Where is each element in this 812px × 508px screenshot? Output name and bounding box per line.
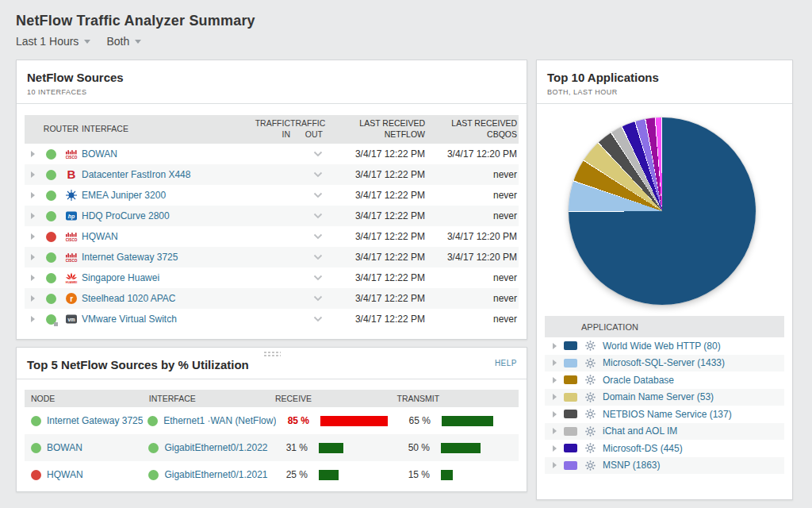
svg-text:hp: hp [68,214,75,220]
col-transmit: TRANSMIT [396,394,519,403]
expand-arrow-icon[interactable] [553,428,557,434]
router-link[interactable]: BOWAN [82,148,255,160]
router-link[interactable]: HDQ ProCurve 2800 [82,210,255,221]
expand-arrow-icon[interactable] [31,275,35,281]
expand-arrow-icon[interactable] [553,411,557,418]
netflow-source-row: CISCO Internet Gateway 3725 3/4/17 12:22… [25,247,519,267]
direction-dropdown[interactable]: Both [106,35,141,48]
expand-arrow-icon[interactable] [31,171,35,178]
applications-pie-chart[interactable] [569,117,756,305]
traffic-dropdown-icon[interactable] [313,213,323,219]
node-link[interactable]: BOWAN [47,442,82,453]
vendor-icon [65,189,78,202]
router-link[interactable]: Steelhead 1020 APAC [82,293,255,304]
application-link[interactable]: World Wide Web HTTP (80) [603,341,721,352]
router-link[interactable]: Singapore Huawei [82,272,255,283]
help-link[interactable]: HELP [495,359,517,368]
interface-link[interactable]: Ethernet1 ·WAN (NetFlow) [163,415,276,426]
expand-arrow-icon[interactable] [31,316,35,322]
col-traffic-in: TRAFFIC IN [255,118,290,140]
expand-arrow-icon[interactable] [31,295,35,302]
last-received-cbqos: 3/4/17 12:20 PM [425,252,519,263]
svg-text:B: B [67,168,76,181]
application-gear-icon [584,374,597,386]
application-row: Domain Name Server (53) [545,389,784,406]
last-received-cbqos: never [425,293,519,304]
application-link[interactable]: Domain Name Server (53) [603,391,714,402]
svg-text:CISCO: CISCO [66,259,78,263]
interface-link[interactable]: GigabitEthernet0/1.2022 [164,442,267,453]
application-link[interactable]: MSNP (1863) [603,460,660,471]
expand-arrow-icon[interactable] [31,233,35,240]
expand-arrow-icon[interactable] [553,462,557,468]
application-link[interactable]: Oracle Database [603,375,674,386]
status-dot [46,252,56,263]
application-link[interactable]: Microsoft-SQL-Server (1433) [603,357,725,368]
application-link[interactable]: Microsoft-DS (445) [603,443,683,454]
transmit-percent: 65 % [397,415,431,426]
filter-bar: Last 1 Hours Both [16,35,812,48]
expand-arrow-icon[interactable] [553,360,557,366]
receive-percent: 85 % [276,415,309,426]
router-link[interactable]: Internet Gateway 3725 [82,252,255,263]
vendor-icon: CISCO [65,230,78,243]
time-range-dropdown[interactable]: Last 1 Hours [16,35,90,48]
last-received-cbqos: never [425,190,519,201]
last-received-netflow: 3/4/17 12:22 PM [326,272,425,283]
router-link[interactable]: EMEA Juniper 3200 [82,190,255,201]
top10-subtitle: BOTH, LAST HOUR [547,88,782,96]
expand-arrow-icon[interactable] [553,343,557,349]
application-link[interactable]: NETBIOS Name Service (137) [603,409,732,420]
interface-link[interactable]: GigabitEthernet0/1.2021 [164,469,267,480]
application-row: Oracle Database [545,371,784,389]
expand-arrow-icon[interactable] [553,445,557,452]
application-link[interactable]: iChat and AOL IM [603,425,677,437]
application-row: Microsoft-SQL-Server (1433) [545,355,784,372]
time-range-label: Last 1 Hours [16,35,79,48]
transmit-bar [441,443,481,453]
last-received-netflow: 3/4/17 12:22 PM [326,190,425,201]
traffic-dropdown-icon[interactable] [313,192,323,198]
expand-arrow-icon[interactable] [31,213,35,219]
expand-arrow-icon[interactable] [553,394,557,400]
netflow-source-row: CISCO HQWAN 3/4/17 12:22 PM 3/4/17 12:20… [25,226,519,247]
last-received-cbqos: never [425,314,519,325]
application-row: NETBIOS Name Service (137) [545,406,784,423]
application-row: Microsoft-DS (445) [545,440,784,457]
application-gear-icon [584,460,597,471]
router-link[interactable]: HQWAN [82,231,255,242]
interface-status-dot [148,470,159,480]
netflow-source-row: HUAWEI Singapore Huawei 3/4/17 12:22 PM … [25,267,519,288]
expand-arrow-icon[interactable] [31,192,35,198]
series-color-swatch [564,461,577,470]
traffic-dropdown-icon[interactable] [313,275,323,281]
series-color-swatch [564,410,577,418]
traffic-dropdown-icon[interactable] [313,171,323,178]
traffic-dropdown-icon[interactable] [313,316,323,322]
expand-arrow-icon[interactable] [31,151,35,157]
traffic-dropdown-icon[interactable] [313,254,323,260]
router-link[interactable]: Datacenter FastIron X448 [82,169,255,180]
applications-list-body: World Wide Web HTTP (80) Microsoft-SQL-S… [545,337,784,474]
expand-arrow-icon[interactable] [31,254,35,260]
netflow-source-row: EMEA Juniper 3200 3/4/17 12:22 PM never [25,185,519,206]
node-link[interactable]: Internet Gateway 3725 [47,415,143,426]
last-received-netflow: 3/4/17 12:22 PM [326,231,425,242]
traffic-dropdown-icon[interactable] [313,233,323,240]
transmit-percent: 50 % [396,442,430,453]
node-link[interactable]: HQWAN [47,469,83,480]
last-received-cbqos: never [425,169,519,180]
utilization-row: Internet Gateway 3725 Ethernet1 ·WAN (Ne… [25,407,519,434]
vendor-icon: B [65,168,78,181]
traffic-dropdown-icon[interactable] [313,151,323,157]
application-gear-icon [584,357,597,369]
traffic-dropdown-icon[interactable] [313,295,323,302]
page-header: NetFlow Traffic Analyzer Summary Last 1 … [0,0,812,48]
router-link[interactable]: VMware Virtual Switch [82,314,255,325]
chevron-down-icon [135,40,141,44]
application-gear-icon [584,425,597,437]
child-status-badge [54,322,58,326]
svg-text:r: r [70,294,73,303]
direction-label: Both [106,35,129,48]
expand-arrow-icon[interactable] [553,377,557,383]
